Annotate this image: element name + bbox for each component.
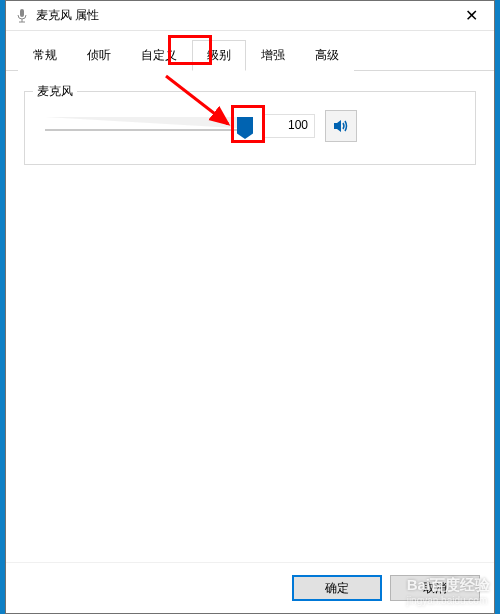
mute-toggle-button[interactable] bbox=[325, 110, 357, 142]
speaker-icon bbox=[332, 117, 350, 135]
dialog-button-row: 确定 取消 bbox=[6, 562, 494, 613]
microphone-level-group: 麦克风 100 bbox=[24, 91, 476, 165]
tab-general[interactable]: 常规 bbox=[18, 40, 72, 71]
level-slider-row: 100 bbox=[37, 110, 463, 142]
group-label: 麦克风 bbox=[33, 83, 77, 100]
slider-thumb[interactable] bbox=[237, 117, 253, 139]
level-slider[interactable] bbox=[45, 111, 253, 141]
tab-custom[interactable]: 自定义 bbox=[126, 40, 192, 71]
tab-listen[interactable]: 侦听 bbox=[72, 40, 126, 71]
tab-content-levels: 麦克风 100 bbox=[6, 71, 494, 562]
level-value: 100 bbox=[263, 114, 315, 138]
titlebar: 麦克风 属性 ✕ bbox=[6, 1, 494, 31]
microphone-icon bbox=[14, 8, 30, 24]
ok-button[interactable]: 确定 bbox=[292, 575, 382, 601]
slider-range-indicator bbox=[45, 117, 253, 129]
tab-advanced[interactable]: 高级 bbox=[300, 40, 354, 71]
microphone-properties-dialog: 麦克风 属性 ✕ 常规 侦听 自定义 级别 增强 高级 麦克风 100 bbox=[5, 0, 495, 614]
slider-track bbox=[45, 129, 253, 131]
close-icon: ✕ bbox=[465, 6, 478, 25]
tab-levels[interactable]: 级别 bbox=[192, 40, 246, 71]
window-title: 麦克风 属性 bbox=[36, 7, 449, 24]
tab-enhancements[interactable]: 增强 bbox=[246, 40, 300, 71]
svg-rect-0 bbox=[20, 9, 24, 17]
close-button[interactable]: ✕ bbox=[449, 1, 494, 31]
tab-bar: 常规 侦听 自定义 级别 增强 高级 bbox=[6, 31, 494, 71]
cancel-button[interactable]: 取消 bbox=[390, 575, 480, 601]
